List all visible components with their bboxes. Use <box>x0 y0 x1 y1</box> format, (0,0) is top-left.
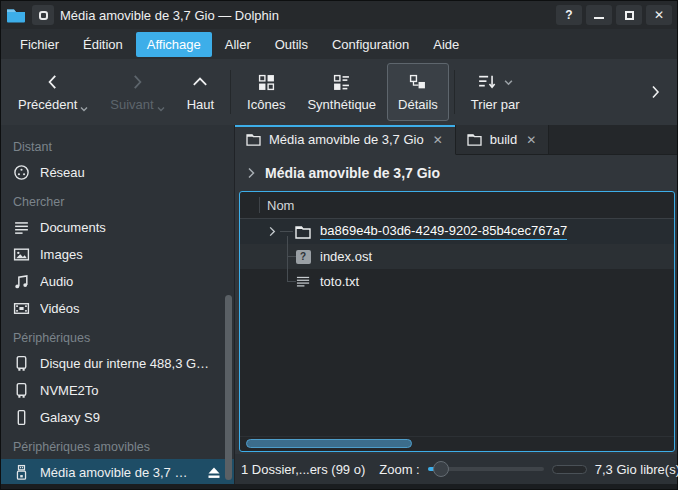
sidebar-item-label: Images <box>40 247 222 262</box>
tab-build[interactable]: build ✕ <box>456 125 550 155</box>
file-row-index-ost[interactable]: ? index.ost <box>240 244 674 269</box>
view-container: Nom <box>239 191 675 452</box>
horizontal-scrollbar-track[interactable] <box>240 436 674 451</box>
window-menu-button[interactable] <box>32 5 54 25</box>
toolbar-overflow-button[interactable] <box>639 83 671 101</box>
expand-chevron-icon[interactable] <box>267 226 277 237</box>
music-note-icon <box>13 273 30 290</box>
compact-view-button[interactable]: Synthétique <box>296 63 387 121</box>
tree-line <box>288 281 296 282</box>
sidebar-item-audio[interactable]: Audio <box>1 268 234 295</box>
menu-affichage[interactable]: Affichage <box>136 32 212 57</box>
sidebar-item-reseau[interactable]: Réseau <box>1 159 234 186</box>
chevron-right-icon <box>246 167 256 179</box>
hard-drive-icon <box>13 355 30 372</box>
back-button[interactable]: Précédent <box>7 63 99 121</box>
items-summary: 1 Dossier,...ers (99 o) <box>241 462 365 477</box>
sidebar-item-videos[interactable]: Vidéos <box>1 295 234 322</box>
tab-label: Média amovible de 3,7 Gio <box>269 132 424 147</box>
folder-icon <box>295 224 311 240</box>
sidebar-item-images[interactable]: Images <box>1 241 234 268</box>
window-bottom-edge <box>1 484 677 489</box>
menu-aller[interactable]: Aller <box>214 32 262 57</box>
details-view-button[interactable]: Détails <box>387 63 449 121</box>
sidebar-item-nvme2to[interactable]: NVME2To <box>1 377 234 404</box>
tab-close-button[interactable]: ✕ <box>525 133 537 147</box>
file-row-folder[interactable]: ba869e4b-03d6-4249-9202-85b4cec767a7 <box>240 219 674 244</box>
places-section-chercher: Chercher <box>1 186 234 214</box>
compact-view-label: Synthétique <box>307 97 376 112</box>
sidebar-item-documents[interactable]: Documents <box>1 214 234 241</box>
column-header-nom[interactable]: Nom <box>267 198 294 213</box>
sidebar-item-media-amovible[interactable]: Média amovible de 3,7 … <box>1 459 234 484</box>
breadcrumb-location[interactable]: Média amovible de 3,7 Gio <box>265 165 440 181</box>
sidebar-scrollbar[interactable] <box>225 295 232 480</box>
circle-icon <box>39 11 48 20</box>
toolbar-separator <box>230 70 231 114</box>
file-name[interactable]: toto.txt <box>320 274 359 290</box>
file-name[interactable]: ba869e4b-03d6-4249-9202-85b4cec767a7 <box>320 223 567 240</box>
sidebar-item-galaxy-s9[interactable]: Galaxy S9 <box>1 404 234 431</box>
zoom-slider[interactable] <box>428 460 544 478</box>
sidebar-item-label: NVME2To <box>40 383 222 398</box>
horizontal-scrollbar-thumb[interactable] <box>246 439 412 448</box>
window-controls: ? ✕ <box>556 5 672 25</box>
back-menu-caret-icon <box>80 106 88 112</box>
sidebar-item-label: Galaxy S9 <box>40 410 222 425</box>
file-row-toto-txt[interactable]: toto.txt <box>240 269 674 294</box>
sidebar-item-label: Réseau <box>40 165 222 180</box>
menu-configuration[interactable]: Configuration <box>321 32 420 57</box>
sidebar-item-label: Audio <box>40 274 222 289</box>
file-name[interactable]: index.ost <box>320 249 372 265</box>
close-button[interactable]: ✕ <box>646 5 672 25</box>
hard-drive-icon <box>13 382 30 399</box>
eject-icon <box>206 466 222 480</box>
sort-by-button[interactable]: Trier par <box>460 63 531 121</box>
close-icon: ✕ <box>526 133 536 147</box>
window-title: Média amovible de 3,7 Gio — Dolphin <box>60 8 550 23</box>
tree-line <box>280 231 293 232</box>
menu-outils[interactable]: Outils <box>264 32 319 57</box>
chevron-right-icon <box>128 72 146 92</box>
tabbar-empty-space[interactable] <box>549 125 677 155</box>
chevron-up-icon <box>191 72 209 92</box>
chevron-left-icon <box>44 72 62 92</box>
film-strip-icon <box>13 300 30 317</box>
capacity-bar <box>552 465 587 474</box>
breadcrumb[interactable]: Média amovible de 3,7 Gio <box>235 155 677 191</box>
places-section-peripheriques-amovibles: Périphériques amovibles <box>1 431 234 459</box>
maximize-icon <box>625 11 634 20</box>
zoom-label: Zoom : <box>379 462 419 477</box>
minimize-button[interactable] <box>586 5 612 25</box>
menu-edition[interactable]: Édition <box>72 32 134 57</box>
folder-icon <box>246 133 261 146</box>
close-icon: ✕ <box>654 8 664 22</box>
tabbar: Média amovible de 3,7 Gio ✕ build ✕ <box>235 125 677 155</box>
free-space-label: 7,3 Gio libre(s) <box>595 462 678 477</box>
help-icon: ? <box>565 8 572 22</box>
tab-close-button[interactable]: ✕ <box>432 133 444 147</box>
sidebar-item-disque-dur-interne[interactable]: Disque dur interne 488,3 G… <box>1 350 234 377</box>
view-empty-space[interactable] <box>240 294 674 436</box>
zoom-slider-handle[interactable] <box>433 461 449 477</box>
folder-icon <box>467 133 482 146</box>
file-rows: ba869e4b-03d6-4249-9202-85b4cec767a7 ? i… <box>240 219 674 294</box>
document-lines-icon <box>13 219 30 236</box>
menu-aide[interactable]: Aide <box>422 32 470 57</box>
help-button[interactable]: ? <box>556 5 582 25</box>
column-divider <box>259 197 260 213</box>
sort-icon <box>478 72 496 92</box>
icons-view-button[interactable]: Icônes <box>236 63 296 121</box>
smartphone-icon <box>13 409 30 426</box>
eject-button[interactable] <box>206 466 222 480</box>
file-view: Nom <box>239 191 675 452</box>
tab-media-amovible[interactable]: Média amovible de 3,7 Gio ✕ <box>235 125 456 155</box>
maximize-button[interactable] <box>616 5 642 25</box>
sort-by-label: Trier par <box>471 97 520 112</box>
window-body: Distant Réseau Chercher Documents Images <box>1 125 677 484</box>
up-button[interactable]: Haut <box>176 63 225 121</box>
sidebar-item-label: Média amovible de 3,7 … <box>40 465 196 480</box>
forward-button[interactable]: Suivant <box>99 63 175 121</box>
menu-fichier[interactable]: Fichier <box>9 32 70 57</box>
minimize-icon <box>594 17 604 19</box>
